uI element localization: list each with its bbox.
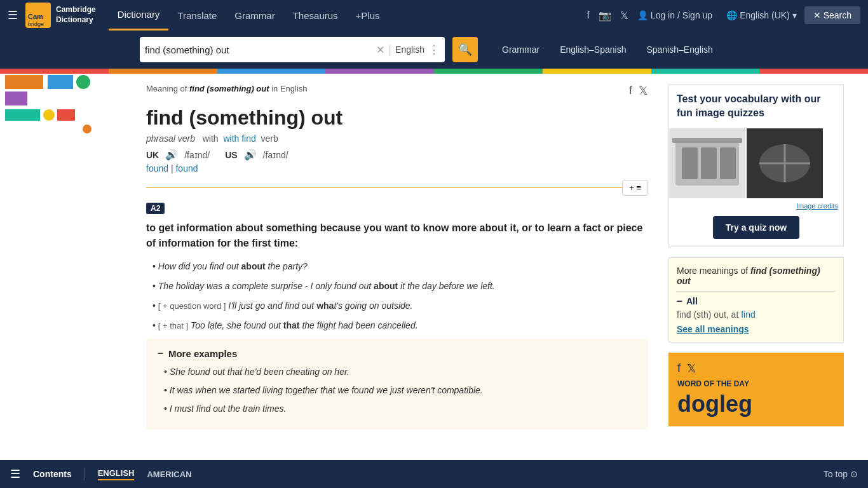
main-layout: Meaning of find (something) out in Engli… bbox=[0, 74, 868, 455]
more-example-3: I must find out the train times. bbox=[158, 402, 637, 416]
word-of-the-day-section: f 𝕏 WORD OF THE DAY dogleg bbox=[668, 353, 844, 426]
sub-nav-english-spanish[interactable]: English–Spanish bbox=[550, 37, 636, 62]
wotd-facebook-icon[interactable]: f bbox=[677, 362, 681, 376]
uk-label: UK bbox=[146, 150, 159, 160]
search-input[interactable] bbox=[145, 44, 372, 55]
more-options-icon[interactable]: ⋮ bbox=[428, 43, 440, 57]
nav-thesaurus[interactable]: Thesaurus bbox=[284, 0, 347, 30]
find-link[interactable]: with find bbox=[223, 133, 255, 144]
breadcrumb: Meaning of find (something) out in Engli… bbox=[146, 84, 308, 93]
pronunciation-row: UK 🔊 /faɪnd/ US 🔊 /faɪnd/ bbox=[146, 149, 648, 161]
try-quiz-button[interactable]: Try a quiz now bbox=[713, 216, 799, 239]
search-icon: 🔍 bbox=[458, 43, 472, 57]
part-of-speech: phrasal verb bbox=[146, 133, 195, 144]
uk-audio-button[interactable]: 🔊 bbox=[165, 149, 178, 161]
color-strip bbox=[0, 69, 868, 74]
image-credits-link[interactable]: Image credits bbox=[669, 201, 843, 211]
add-to-list-button[interactable]: + ≡ bbox=[622, 180, 648, 196]
nav-translate[interactable]: Translate bbox=[168, 0, 226, 30]
share-twitter-icon[interactable]: 𝕏 bbox=[639, 84, 648, 98]
wotd-label: WORD OF THE DAY bbox=[677, 379, 835, 388]
nav-dictionary[interactable]: Dictionary bbox=[109, 0, 169, 30]
search-top-button[interactable]: ✕ Search bbox=[804, 6, 860, 24]
form1-link[interactable]: found bbox=[146, 163, 168, 173]
minus-icon[interactable]: – bbox=[677, 295, 682, 307]
twitter-icon[interactable]: 𝕏 bbox=[620, 10, 628, 22]
share-facebook-icon[interactable]: f bbox=[629, 84, 632, 98]
more-examples-toggle[interactable]: – More examples bbox=[158, 348, 637, 359]
nav-grammar[interactable]: Grammar bbox=[226, 0, 283, 30]
divider-line bbox=[146, 187, 622, 188]
example-2: The holiday was a complete surprise - I … bbox=[146, 280, 648, 293]
collapse-icon: – bbox=[158, 348, 163, 359]
person-icon: 👤 bbox=[637, 10, 648, 20]
social-share: f 𝕏 bbox=[629, 84, 648, 98]
more-example-1: She found out that he'd been cheating on… bbox=[158, 365, 637, 379]
clear-search-icon[interactable]: ✕ bbox=[376, 44, 384, 56]
right-sidebar: Test your vocabulary with our fun image … bbox=[661, 74, 851, 455]
svg-rect-7 bbox=[720, 147, 736, 179]
sub-nav-links: Grammar English–Spanish Spanish–English bbox=[492, 37, 723, 62]
all-label: – All bbox=[677, 295, 836, 307]
quiz-image-row bbox=[669, 128, 843, 201]
search-submit-button[interactable]: 🔍 bbox=[452, 37, 478, 62]
chevron-down-icon: ▾ bbox=[792, 10, 797, 20]
logo-text: CambridgeDictionary bbox=[56, 5, 96, 25]
example-4: [ + that ] Too late, she found out that … bbox=[146, 319, 648, 332]
sub-nav-grammar[interactable]: Grammar bbox=[492, 37, 550, 62]
language-selector[interactable]: 🌐 English (UK) ▾ bbox=[726, 10, 797, 20]
content-area: Meaning of find (something) out in Engli… bbox=[133, 74, 661, 455]
hamburger-menu-icon[interactable]: ☰ bbox=[8, 8, 18, 22]
cambridge-logo-icon: Cam bridge bbox=[25, 3, 51, 28]
meaning-item: find (sth) out, at find bbox=[677, 309, 836, 320]
level-badge: A2 bbox=[146, 203, 165, 214]
gram-label-4: [ + that ] bbox=[158, 321, 188, 330]
example-1: How did you find out about the party? bbox=[146, 260, 648, 273]
more-examples-label: More examples bbox=[168, 348, 237, 359]
svg-rect-5 bbox=[682, 147, 698, 179]
svg-text:bridge: bridge bbox=[28, 21, 44, 27]
pos2: verb bbox=[261, 133, 278, 144]
social-icons: f 📷 𝕏 bbox=[587, 10, 628, 22]
login-button[interactable]: 👤 Log in / Sign up bbox=[637, 10, 712, 20]
meanings-divider bbox=[677, 291, 836, 292]
breadcrumb-row: Meaning of find (something) out in Engli… bbox=[146, 84, 648, 101]
instagram-icon[interactable]: 📷 bbox=[599, 10, 611, 22]
more-example-2: It was when we started living together t… bbox=[158, 384, 637, 397]
more-examples-section: – More examples She found out that he'd … bbox=[146, 339, 648, 430]
search-bar: ✕ | English ⋮ bbox=[140, 37, 445, 62]
search-row: ✕ | English ⋮ 🔍 Grammar English–Spanish … bbox=[0, 30, 868, 69]
find-meaning-link[interactable]: find bbox=[741, 309, 756, 320]
quiz-header: Test your vocabulary with our fun image … bbox=[669, 85, 843, 128]
examples-list: How did you find out about the party? Th… bbox=[146, 260, 648, 332]
uk-pron-text: /faɪnd/ bbox=[184, 150, 210, 160]
left-sidebar bbox=[0, 74, 133, 455]
quiz-image-1 bbox=[669, 128, 745, 198]
decorative-shapes bbox=[0, 74, 133, 137]
svg-rect-8 bbox=[672, 138, 742, 143]
entry-title: find (something) out bbox=[146, 106, 648, 130]
svg-rect-6 bbox=[701, 147, 717, 179]
wotd-word: dogleg bbox=[677, 391, 835, 417]
quiz-section: Test your vocabulary with our fun image … bbox=[668, 84, 844, 247]
nav-links: Dictionary Translate Grammar Thesaurus +… bbox=[109, 0, 389, 30]
verb-forms: found | found bbox=[146, 163, 648, 173]
form2-link[interactable]: found bbox=[175, 163, 198, 173]
divider-row: + ≡ bbox=[146, 180, 648, 196]
meanings-title: More meanings of find (something) out bbox=[677, 266, 836, 286]
sub-nav-spanish-english[interactable]: Spanish–English bbox=[636, 37, 722, 62]
wotd-twitter-icon[interactable]: 𝕏 bbox=[687, 362, 696, 376]
nav-plus[interactable]: +Plus bbox=[347, 0, 389, 30]
language-label: English bbox=[395, 44, 424, 55]
globe-icon: 🌐 bbox=[726, 10, 737, 20]
entry-meta: phrasal verb with with find verb bbox=[146, 133, 648, 144]
us-label: US bbox=[225, 150, 237, 160]
see-all-meanings-link[interactable]: See all meanings bbox=[677, 324, 749, 334]
us-audio-button[interactable]: 🔊 bbox=[244, 149, 257, 161]
svg-text:Cam: Cam bbox=[28, 13, 43, 20]
top-navigation: ☰ Cam bridge CambridgeDictionary Diction… bbox=[0, 0, 868, 30]
logo[interactable]: Cam bridge CambridgeDictionary bbox=[25, 3, 96, 28]
us-pron-text: /faɪnd/ bbox=[263, 150, 288, 160]
meanings-section: More meanings of find (something) out – … bbox=[668, 257, 844, 342]
facebook-icon[interactable]: f bbox=[587, 10, 589, 21]
